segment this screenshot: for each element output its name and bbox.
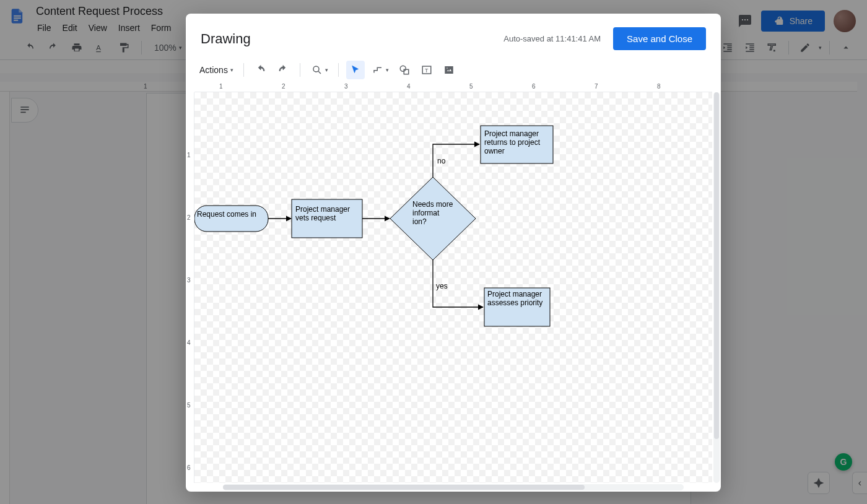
image-tool-icon[interactable] bbox=[440, 61, 458, 79]
label-no: no bbox=[437, 157, 456, 165]
canvas-h-ruler[interactable]: 1 2 3 4 5 6 7 8 bbox=[194, 82, 712, 92]
drawing-canvas-wrap: 1 2 3 4 5 6 7 8 1 2 3 4 5 6 bbox=[186, 82, 721, 492]
shape-process-vet-text: Project manager vets request bbox=[295, 205, 360, 222]
save-and-close-button[interactable]: Save and Close bbox=[613, 27, 706, 50]
autosave-status: Auto-saved at 11:41:41 AM bbox=[503, 34, 601, 43]
zoom-icon[interactable] bbox=[308, 61, 326, 79]
label-yes: yes bbox=[436, 282, 455, 290]
canvas-v-ruler[interactable]: 1 2 3 4 5 6 bbox=[186, 92, 194, 483]
shape-decision-text: Needs more informat ion? bbox=[412, 200, 453, 226]
line-caret[interactable]: ▾ bbox=[386, 67, 389, 73]
actions-menu[interactable]: Actions bbox=[197, 63, 236, 77]
shape-terminator-text: Request comes in bbox=[196, 210, 267, 219]
shape-tool-icon[interactable] bbox=[395, 61, 414, 79]
shape-process-assess-text: Project manager assesses priority bbox=[487, 290, 548, 307]
drawing-canvas[interactable]: Request comes in Project manager vets re… bbox=[194, 92, 712, 483]
select-tool-icon[interactable] bbox=[346, 61, 365, 79]
textbox-tool-icon[interactable]: T bbox=[417, 61, 436, 79]
drawing-title: Drawing bbox=[201, 31, 251, 47]
svg-point-5 bbox=[400, 66, 406, 71]
line-tool-icon[interactable] bbox=[368, 61, 387, 79]
zoom-caret[interactable]: ▾ bbox=[325, 67, 328, 73]
drawing-header: Drawing Auto-saved at 11:41:41 AM Save a… bbox=[186, 14, 721, 58]
redo-icon[interactable] bbox=[274, 61, 292, 79]
svg-text:T: T bbox=[425, 67, 429, 74]
svg-point-10 bbox=[447, 67, 448, 69]
canvas-hscrollbar[interactable] bbox=[223, 484, 684, 490]
drawing-dialog: Drawing Auto-saved at 11:41:41 AM Save a… bbox=[186, 14, 721, 492]
svg-rect-9 bbox=[445, 66, 453, 74]
shape-process-return-text: Project manager returns to project owner bbox=[484, 129, 551, 155]
svg-point-4 bbox=[313, 66, 319, 72]
drawing-toolbar: Actions ▾ ▾ T bbox=[186, 58, 721, 82]
canvas-vscrollbar[interactable] bbox=[713, 92, 720, 483]
svg-rect-6 bbox=[404, 69, 409, 74]
undo-icon[interactable] bbox=[251, 61, 270, 79]
